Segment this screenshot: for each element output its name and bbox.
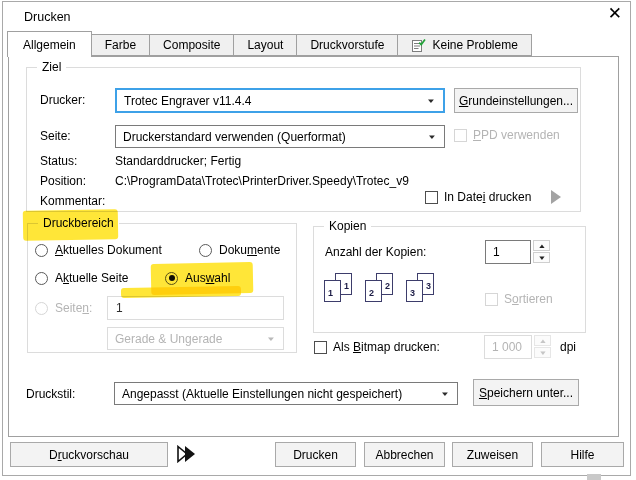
tab-druckvorstufe[interactable]: Druckvorstufe (296, 34, 398, 56)
collate-pair: 3 3 (406, 273, 436, 310)
checkbox-box (314, 341, 327, 354)
dpi-input: 1 000 (484, 335, 532, 359)
radio-aktuelle-seite[interactable]: Aktuelle Seite (35, 271, 128, 285)
radio-circle (35, 244, 48, 257)
drucken-button[interactable]: Drucken (275, 442, 356, 467)
tab-label: Composite (163, 38, 220, 52)
tab-label: Allgemein (23, 38, 76, 52)
spin-up-button[interactable]: ▲ (533, 240, 550, 251)
radio-seiten: Seiten: (35, 301, 92, 315)
copies-input[interactable]: 1 (485, 240, 531, 264)
spin-buttons: ▲ ▼ (533, 240, 550, 264)
print-dialog: Drucken ✕ Allgemein Farbe Composite Layo… (0, 0, 636, 480)
checkbox-label: Als Bitmap drucken: (333, 340, 440, 354)
tab-farbe[interactable]: Farbe (91, 34, 150, 56)
copies-spinner: 1 ▲ ▼ (485, 240, 550, 264)
radio-label: Aktuelle Seite (55, 271, 128, 285)
tab-page-allgemein: Ziel Drucker: Trotec Engraver v11.4.4 ▼ … (8, 56, 619, 437)
seite-select[interactable]: Druckerstandard verwenden (Querformat) ▼ (115, 125, 445, 148)
anzahl-kopien-label: Anzahl der Kopien: (325, 245, 426, 259)
tab-label: Farbe (105, 38, 136, 52)
zuweisen-button[interactable]: Zuweisen (452, 442, 533, 467)
radio-auswahl[interactable]: Auswahl (165, 271, 230, 285)
drucker-label: Drucker: (40, 93, 85, 107)
status-label: Status: (40, 154, 77, 168)
chevron-down-icon: ▼ (440, 390, 450, 397)
checkbox-box (454, 129, 467, 142)
dpi-spinner: 1 000 ▲ ▼ (484, 335, 551, 359)
chevron-down-icon: ▼ (427, 133, 437, 140)
tab-composite[interactable]: Composite (149, 34, 234, 56)
page-number: 2 (369, 289, 374, 298)
druckstil-value: Angepasst (Aktuelle Einstellungen nicht … (122, 387, 402, 401)
drucker-value: Trotec Engraver v11.4.4 (124, 94, 251, 108)
radio-dokumente[interactable]: Dokumente (199, 243, 280, 257)
tab-layout[interactable]: Layout (233, 34, 297, 56)
grundeinstellungen-button[interactable]: Grundeinstellungen... (454, 88, 578, 113)
seiten-value: 1 (116, 301, 123, 315)
status-value: Standarddrucker; Fertig (115, 154, 241, 168)
chevron-down-icon: ▼ (266, 335, 276, 342)
collate-pages-icon: 1 1 2 2 3 3 (324, 273, 436, 310)
druckvorschau-button[interactable]: Druckvorschau (10, 442, 168, 467)
page-glyph: 1 (324, 280, 341, 302)
seite-label: Seite: (40, 129, 71, 143)
up-arrow-icon: ▲ (537, 243, 546, 249)
position-label: Position: (40, 174, 86, 188)
radio-circle (165, 272, 178, 285)
expand-arrow-icon[interactable] (551, 190, 561, 204)
druckstil-select[interactable]: Angepasst (Aktuelle Einstellungen nicht … (114, 382, 458, 405)
checkbox-label: Sortieren (504, 292, 553, 306)
radio-label: Seiten: (55, 301, 92, 315)
gerade-ungerade-select: Gerade & Ungerade ▼ (107, 327, 284, 350)
druckbereich-group: Druckbereich Aktuelles Dokument Dokument… (27, 223, 297, 353)
druckstil-label: Druckstil: (26, 387, 75, 401)
down-arrow-icon: ▼ (538, 350, 547, 356)
drucker-select[interactable]: Trotec Engraver v11.4.4 ▼ (115, 88, 445, 113)
tab-label: Layout (247, 38, 283, 52)
collate-pair: 1 1 (324, 273, 354, 310)
druckbereich-group-label: Druckbereich (38, 216, 119, 230)
kommentar-label: Kommentar: (40, 194, 105, 208)
abbrechen-button[interactable]: Abbrechen (364, 442, 445, 467)
speichern-unter-button[interactable]: Speichern unter... (473, 379, 579, 406)
radio-label: Dokumente (219, 243, 280, 257)
checkbox-label: In Datei drucken (444, 190, 531, 204)
page-number: 1 (344, 282, 349, 291)
close-icon[interactable]: ✕ (608, 5, 622, 22)
radio-aktuelles-dokument[interactable]: Aktuelles Dokument (35, 243, 162, 257)
position-value: C:\ProgramData\Trotec\PrinterDriver.Spee… (115, 174, 409, 188)
chevron-down-icon: ▼ (426, 97, 436, 104)
page-glyph: 3 (406, 280, 423, 302)
tab-allgemein[interactable]: Allgemein (7, 31, 92, 57)
in-datei-drucken-checkbox[interactable]: In Datei drucken (425, 190, 531, 204)
document-check-icon (411, 38, 426, 53)
spin-down-button[interactable]: ▼ (533, 252, 550, 263)
spin-up-button: ▲ (534, 335, 551, 346)
kopien-group-label: Kopien (324, 219, 371, 233)
radio-circle (35, 272, 48, 285)
page-number: 2 (385, 282, 390, 291)
radio-circle (199, 244, 212, 257)
kopien-group: Kopien Anzahl der Kopien: 1 ▲ ▼ 1 1 2 2 (313, 226, 586, 333)
checkbox-box (485, 293, 498, 306)
tab-label: Keine Probleme (432, 38, 517, 52)
ziel-group: Ziel Drucker: Trotec Engraver v11.4.4 ▼ … (26, 67, 581, 212)
dpi-unit-label: dpi (560, 340, 576, 354)
gerade-ungerade-value: Gerade & Ungerade (115, 332, 222, 346)
radio-label: Auswahl (185, 271, 230, 285)
checkbox-label: PPD verwenden (473, 128, 560, 142)
spin-down-button: ▼ (534, 347, 551, 358)
page-glyph: 2 (365, 280, 382, 302)
expand-preview-icon[interactable] (176, 445, 200, 463)
radio-circle (35, 302, 48, 315)
background-scrollbar-artifact (587, 474, 601, 480)
down-arrow-icon: ▼ (537, 255, 546, 261)
hilfe-button[interactable]: Hilfe (541, 442, 624, 467)
sortieren-checkbox: Sortieren (485, 292, 553, 306)
page-number: 1 (328, 289, 333, 298)
seiten-input[interactable]: 1 (107, 296, 284, 320)
seite-value: Druckerstandard verwenden (Querformat) (123, 130, 346, 144)
als-bitmap-checkbox[interactable]: Als Bitmap drucken: (314, 340, 440, 354)
tab-keine-probleme[interactable]: Keine Probleme (397, 34, 531, 56)
